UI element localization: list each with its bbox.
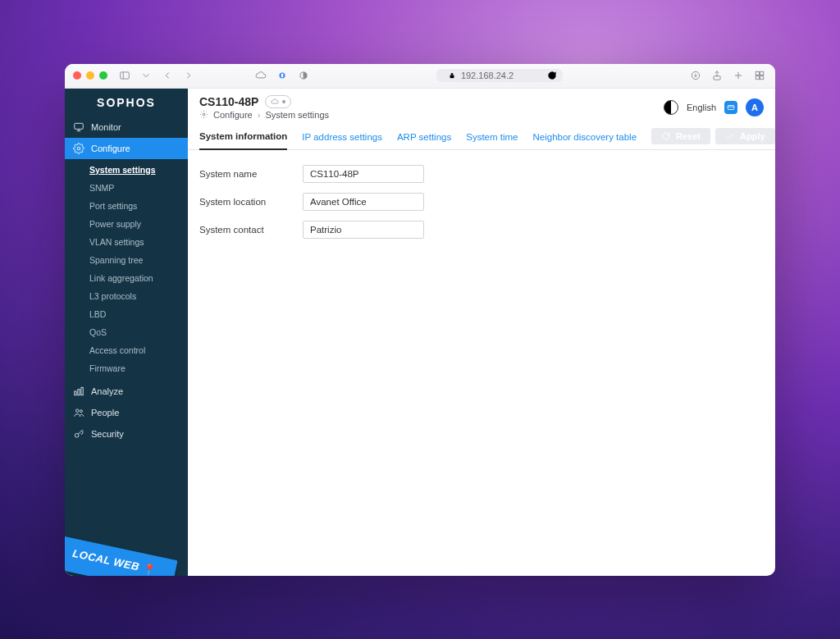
contrast-toggle[interactable]	[664, 100, 678, 115]
window-minimize-button[interactable]	[86, 71, 94, 80]
sub-item-power-supply[interactable]: Power supply	[65, 215, 188, 233]
system-contact-label: System contact	[199, 225, 290, 235]
system-name-input[interactable]	[303, 165, 424, 183]
shield-contrast-icon[interactable]	[296, 68, 311, 83]
sub-item-port-settings[interactable]: Port settings	[65, 197, 188, 215]
sidebar-item-people[interactable]: People	[65, 402, 188, 423]
svg-rect-5	[450, 75, 454, 79]
sidebar-item-configure[interactable]: Configure	[65, 138, 188, 159]
sub-item-system-settings[interactable]: System settings	[65, 161, 188, 179]
svg-rect-20	[78, 389, 80, 395]
sub-item-firmware[interactable]: Firmware	[65, 359, 188, 377]
system-location-input[interactable]	[303, 193, 424, 211]
svg-point-18	[77, 147, 80, 150]
svg-point-22	[76, 409, 80, 412]
cloud-small-icon	[271, 98, 279, 106]
sidebar-item-security[interactable]: Security	[65, 423, 188, 445]
address-bar[interactable]: 192.168.24.2	[436, 69, 563, 82]
forward-button[interactable]	[181, 68, 196, 83]
main-panel: CS110-48P Configure › System settings	[188, 89, 775, 576]
people-icon	[73, 407, 84, 418]
tab-overview-icon[interactable]	[752, 68, 767, 83]
topbar: CS110-48P Configure › System settings	[188, 89, 775, 125]
tab-system-information[interactable]: System information	[199, 125, 287, 150]
local-web-badge: LOCAL WEB📍	[65, 534, 178, 576]
system-location-label: System location	[199, 197, 290, 207]
reload-icon[interactable]	[546, 70, 558, 81]
tab-arp-settings[interactable]: ARP settings	[397, 126, 451, 149]
svg-rect-3	[281, 74, 283, 78]
sidebar-toggle-icon[interactable]	[117, 68, 132, 83]
lock-icon	[448, 71, 456, 80]
extension-dot-icon[interactable]	[275, 68, 290, 83]
chart-icon	[73, 386, 84, 397]
sidebar-item-label: Configure	[91, 144, 130, 153]
tab-ip-address-settings[interactable]: IP address settings	[302, 126, 382, 149]
cloud-icon[interactable]	[253, 68, 268, 83]
brand-logo: SOPHOS	[65, 89, 188, 116]
browser-window: 192.168.24.2 SOPHOS	[65, 64, 775, 576]
tab-system-time[interactable]: System time	[466, 126, 518, 149]
sub-item-access-control[interactable]: Access control	[65, 341, 188, 359]
configure-submenu: System settings SNMP Port settings Power…	[65, 159, 188, 381]
svg-rect-19	[75, 391, 76, 395]
window-zoom-button[interactable]	[99, 71, 107, 80]
svg-rect-0	[121, 72, 130, 79]
share-icon[interactable]	[710, 68, 724, 83]
gear-icon	[73, 143, 84, 154]
browser-toolbar: 192.168.24.2	[65, 64, 775, 89]
sidebar-item-label: People	[91, 408, 119, 418]
sidebar-item-label: Monitor	[91, 122, 121, 132]
svg-rect-21	[81, 387, 83, 395]
back-button[interactable]	[160, 68, 175, 83]
status-dot-icon	[282, 100, 285, 103]
sub-item-qos[interactable]: QoS	[65, 323, 188, 341]
sidebar-item-label: Security	[91, 429, 124, 439]
new-tab-button[interactable]	[731, 68, 746, 83]
sidebar-item-monitor[interactable]: Monitor	[65, 116, 188, 138]
svg-rect-15	[75, 123, 84, 129]
reset-button[interactable]: Reset	[651, 128, 710, 144]
breadcrumb-leaf: System settings	[265, 110, 329, 120]
apply-button[interactable]: Apply	[715, 128, 775, 144]
address-text: 192.168.24.2	[461, 71, 514, 80]
sidebar: SOPHOS Monitor Configure System settings…	[65, 89, 188, 576]
breadcrumb: Configure › System settings	[199, 110, 329, 120]
svg-rect-11	[756, 71, 759, 75]
chevron-down-icon[interactable]	[139, 68, 153, 83]
sub-item-snmp[interactable]: SNMP	[65, 179, 188, 197]
svg-point-25	[203, 113, 205, 116]
app-root: SOPHOS Monitor Configure System settings…	[65, 89, 775, 576]
system-name-label: System name	[199, 169, 290, 179]
downloads-icon[interactable]	[688, 68, 703, 83]
key-icon	[73, 428, 84, 440]
sub-item-l3-protocols[interactable]: L3 protocols	[65, 287, 188, 305]
pin-icon: 📍	[141, 561, 157, 575]
breadcrumb-root[interactable]: Configure	[213, 110, 253, 120]
sub-item-spanning-tree[interactable]: Spanning tree	[65, 251, 188, 269]
svg-point-23	[80, 409, 82, 412]
language-label[interactable]: English	[687, 103, 716, 112]
gear-small-icon	[199, 110, 208, 119]
sub-item-lbd[interactable]: LBD	[65, 305, 188, 323]
device-status-lozenge[interactable]	[265, 95, 291, 108]
tab-neighbor-discovery-table[interactable]: Neighbor discovery table	[532, 126, 637, 149]
check-icon	[725, 131, 735, 141]
form-area: System name System location System conta…	[188, 150, 775, 263]
svg-point-24	[75, 433, 79, 437]
refresh-icon	[661, 131, 671, 141]
sidebar-item-analyze[interactable]: Analyze	[65, 381, 188, 402]
sidebar-item-label: Analyze	[91, 386, 123, 396]
window-close-button[interactable]	[73, 71, 81, 80]
tab-row: System information IP address settings A…	[188, 125, 775, 150]
sub-item-link-aggregation[interactable]: Link aggregation	[65, 269, 188, 287]
breadcrumb-separator: ›	[258, 110, 261, 120]
system-contact-input[interactable]	[303, 221, 424, 239]
monitor-icon	[73, 121, 84, 133]
user-avatar[interactable]: A	[746, 98, 764, 116]
svg-rect-14	[760, 76, 764, 80]
sub-item-vlan-settings[interactable]: VLAN settings	[65, 233, 188, 251]
svg-rect-12	[760, 71, 764, 75]
svg-rect-26	[728, 105, 734, 109]
notifications-badge[interactable]	[724, 101, 737, 114]
